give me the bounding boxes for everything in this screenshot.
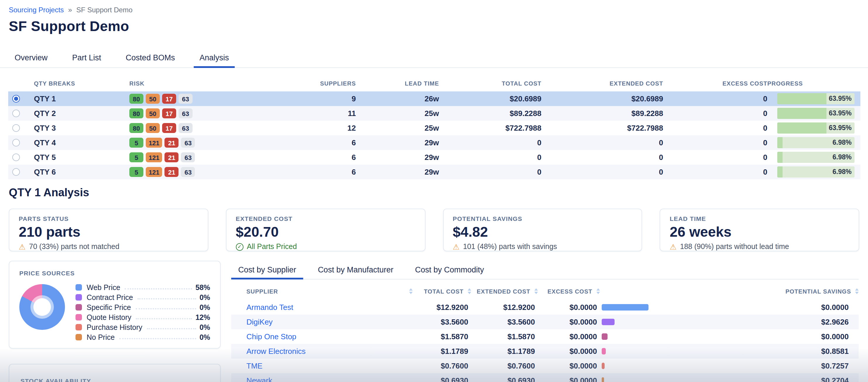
card-note: ✓All Parts Priced	[236, 242, 415, 251]
tab-cost-by-manufacturer[interactable]: Cost by Manufacturer	[311, 261, 400, 279]
breadcrumb-link-sourcing-projects[interactable]: Sourcing Projects	[9, 6, 64, 14]
qty-row-qty-4[interactable]: QTY 451212163629w0006.98%	[8, 135, 860, 150]
tab-cost-by-commodity[interactable]: Cost by Commodity	[408, 261, 491, 279]
supplier-link[interactable]: TME	[246, 361, 262, 370]
breadcrumb-current: SF Support Demo	[76, 6, 132, 14]
supplier-col-header-supplier: SUPPLIER	[231, 288, 413, 294]
progress-cell: 63.95%	[767, 93, 860, 104]
supplier-potential-savings: $0.8581	[740, 347, 859, 356]
excess-cost-value: 0	[663, 168, 767, 176]
tab-costed-boms[interactable]: Costed BOMs	[120, 49, 181, 67]
legend-percent: 0%	[199, 333, 210, 341]
legend-swatch	[75, 314, 82, 321]
risk-badge-n: 63	[179, 94, 192, 104]
warning-triangle-icon: ⚠	[19, 243, 26, 251]
qty-col-header-risk: RISK	[129, 80, 256, 86]
column-header-label: SUPPLIER	[246, 288, 278, 294]
total-cost-value: 0	[439, 153, 541, 162]
qty-radio-cell	[8, 139, 34, 146]
legend-item-no-price: No Price0%	[75, 332, 210, 342]
supplier-link[interactable]: Newark	[246, 376, 272, 382]
qty-col-header-total-cost: TOTAL COST	[439, 80, 541, 86]
supplier-link[interactable]: Armando Test	[246, 303, 293, 312]
supplier-link[interactable]: Chip One Stop	[246, 332, 297, 341]
qty-row-qty-1[interactable]: QTY 180501763926w$20.6989$20.6989063.95%	[8, 91, 860, 106]
column-header-label: EXTENDED COST	[477, 288, 530, 294]
sort-icon[interactable]	[409, 288, 413, 294]
qty-row-qty-3[interactable]: QTY 3805017631225w$722.7988$722.7988063.…	[8, 121, 860, 135]
risk-badge-r: 21	[165, 138, 179, 148]
risk-badge-n: 63	[179, 123, 192, 133]
qty-col-header-suppliers: SUPPLIERS	[256, 80, 356, 86]
tab-cost-by-supplier[interactable]: Cost by Supplier	[231, 261, 303, 279]
qty-radio-cell	[8, 168, 34, 176]
risk-badge-g: 5	[129, 167, 144, 177]
legend-label: No Price	[87, 333, 115, 341]
card-note-text: 101 (48%) parts with savings	[463, 242, 557, 251]
tab-overview[interactable]: Overview	[9, 49, 54, 67]
analysis-cards: PARTS STATUS210 parts⚠70 (33%) parts not…	[0, 209, 868, 251]
supplier-row-newark[interactable]: Newark$0.6930$0.6930$0.0000$0.2704	[231, 373, 859, 382]
supplier-potential-savings: $0.0000	[740, 303, 859, 312]
analysis-card-lead-time: LEAD TIME26 weeks⚠188 (90%) parts withou…	[660, 209, 860, 251]
card-note: ⚠101 (48%) parts with savings	[453, 242, 632, 251]
progress-bar: 63.95%	[777, 122, 855, 134]
sort-icon[interactable]	[596, 288, 600, 294]
card-label: EXTENDED COST	[236, 215, 415, 222]
progress-bar-fill	[777, 108, 827, 119]
legend-label: Web Price	[87, 283, 120, 292]
total-cost-value: $722.7988	[439, 124, 541, 133]
sort-icon[interactable]	[534, 288, 538, 294]
legend-label: Specific Price	[87, 303, 131, 312]
progress-cell: 6.98%	[767, 137, 860, 148]
suppliers-count: 6	[256, 138, 356, 147]
supplier-row-armando-test[interactable]: Armando Test$12.9200$12.9200$0.0000$0.00…	[231, 300, 859, 315]
supplier-extended-cost: $1.5870	[471, 332, 538, 341]
qty-row-qty-6[interactable]: QTY 651212163629w0006.98%	[8, 165, 860, 179]
card-value: $4.82	[453, 224, 632, 240]
legend-label: Purchase History	[87, 323, 142, 331]
progress-bar: 6.98%	[777, 152, 855, 163]
card-note-text: All Parts Priced	[247, 242, 297, 251]
sort-icon[interactable]	[468, 288, 471, 294]
excess-cost-value: 0	[663, 94, 767, 103]
sort-icon[interactable]	[855, 288, 859, 294]
qty-radio-qty-6[interactable]	[12, 168, 20, 176]
progress-bar: 6.98%	[777, 167, 855, 178]
supplier-row-digikey[interactable]: DigiKey$3.5600$3.5600$0.0000$2.9626	[231, 315, 859, 329]
excess-cost-value: 0	[663, 138, 767, 147]
qty-radio-qty-1[interactable]	[12, 95, 20, 102]
risk-badge-o: 121	[146, 152, 162, 162]
supplier-row-tme[interactable]: TME$0.7600$0.7600$0.0000$0.7257	[231, 358, 859, 373]
supplier-excess-cost: $0.0000	[538, 347, 600, 356]
qty-col-header-extended-cost: EXTENDED COST	[541, 80, 663, 86]
progress-bar: 6.98%	[777, 137, 855, 148]
legend-leader-line	[147, 328, 196, 329]
legend-item-purchase-history: Purchase History0%	[75, 322, 210, 332]
risk-badges: 51212163	[129, 138, 256, 148]
qty-radio-cell	[8, 110, 34, 117]
supplier-excess-cost: $0.0000	[538, 361, 600, 370]
legend-label: Quote History	[87, 313, 131, 321]
sort-down-arrow	[468, 292, 471, 294]
cost-section: Cost by SupplierCost by ManufacturerCost…	[231, 261, 859, 382]
legend-percent: 0%	[199, 323, 210, 331]
supplier-link[interactable]: DigiKey	[246, 318, 273, 326]
supplier-row-chip-one-stop[interactable]: Chip One Stop$1.5870$1.5870$0.0000$0.000…	[231, 329, 859, 344]
supplier-cost-bar-cell	[600, 377, 740, 382]
qty-row-qty-5[interactable]: QTY 551212163629w0006.98%	[8, 150, 860, 165]
supplier-link[interactable]: Arrow Electronics	[246, 347, 306, 356]
qty-radio-qty-4[interactable]	[12, 139, 20, 146]
analysis-heading: QTY 1 Analysis	[9, 186, 868, 199]
supplier-row-arrow-electronics[interactable]: Arrow Electronics$1.1789$1.1789$0.0000$0…	[231, 344, 859, 358]
sort-up-arrow	[855, 288, 859, 291]
qty-radio-qty-2[interactable]	[12, 110, 20, 117]
supplier-name-cell: Chip One Stop	[231, 332, 413, 341]
qty-radio-qty-3[interactable]	[12, 124, 20, 132]
qty-row-qty-2[interactable]: QTY 2805017631125w$89.2288$89.2288063.95…	[8, 106, 860, 121]
tab-part-list[interactable]: Part List	[66, 49, 107, 67]
progress-percent-label: 63.95%	[829, 108, 851, 119]
tab-analysis[interactable]: Analysis	[194, 49, 235, 67]
qty-radio-qty-5[interactable]	[12, 153, 20, 161]
supplier-cost-bar	[602, 319, 615, 325]
